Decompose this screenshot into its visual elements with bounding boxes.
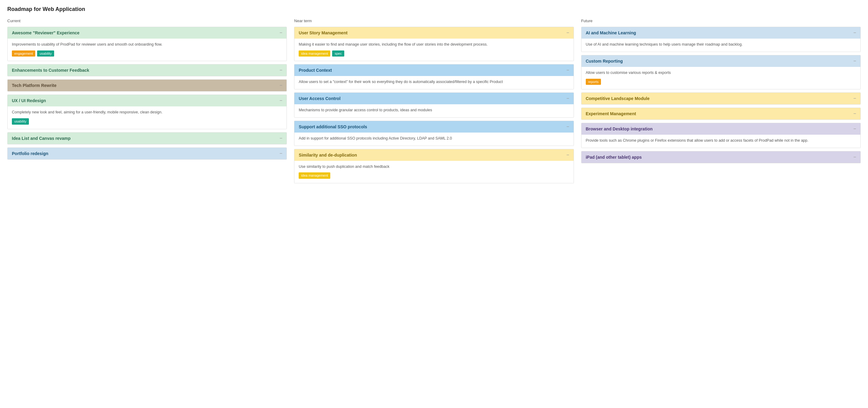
card-product-context[interactable]: Product Context−Allow users to set a "co…	[294, 64, 574, 89]
card-title-similarity-deduplication: Similarity and de-duplication	[299, 153, 357, 157]
card-title-ai-machine-learning: AI and Machine Learning	[586, 30, 636, 35]
card-ai-machine-learning[interactable]: AI and Machine Learning−Use of AI and ma…	[581, 27, 861, 52]
card-header-portfolio-redesign[interactable]: Portfolio redesign−	[8, 148, 286, 159]
card-collapse-custom-reporting[interactable]: −	[854, 58, 856, 64]
card-support-sso-protocols[interactable]: Support additional SSO protocols−Add in …	[294, 121, 574, 146]
card-title-awesome-reviewer: Awesome "Reviewer" Experience	[12, 30, 80, 35]
card-title-experiment-management: Experiment Management	[586, 111, 636, 116]
card-title-tech-platform-rewrite: Tech Platform Rewrite	[12, 83, 57, 88]
card-collapse-competitive-landscape-module[interactable]: −	[854, 96, 856, 101]
card-body-product-context: Allow users to set a "context" for their…	[294, 76, 573, 89]
card-collapse-browser-desktop-integration[interactable]: −	[854, 126, 856, 132]
card-user-story-management[interactable]: User Story Management−Making it easier t…	[294, 27, 574, 61]
card-body-browser-desktop-integration: Provide tools such as Chrome plugins or …	[582, 135, 860, 148]
card-collapse-awesome-reviewer[interactable]: −	[279, 30, 282, 36]
card-header-browser-desktop-integration[interactable]: Browser and Desktop integration−	[582, 123, 860, 135]
card-header-product-context[interactable]: Product Context−	[294, 64, 573, 76]
card-body-ux-ui-redesign: Completely new look and feel, aiming for…	[8, 106, 286, 129]
card-ux-ui-redesign[interactable]: UX / UI Redesign−Completely new look and…	[7, 95, 287, 129]
card-header-ai-machine-learning[interactable]: AI and Machine Learning−	[582, 27, 860, 39]
card-similarity-deduplication[interactable]: Similarity and de-duplication−Use simila…	[294, 149, 574, 183]
card-collapse-user-access-control[interactable]: −	[566, 96, 569, 101]
column-near-term: Near termUser Story Management−Making it…	[294, 19, 574, 186]
card-title-user-access-control: User Access Control	[299, 96, 340, 101]
column-header-current: Current	[7, 19, 287, 23]
card-title-competitive-landscape-module: Competitive Landscape Module	[586, 96, 650, 101]
tag-idea-management[interactable]: idea management	[299, 51, 330, 57]
card-header-awesome-reviewer[interactable]: Awesome "Reviewer" Experience−	[8, 27, 286, 39]
card-idea-list-canvas-revamp[interactable]: Idea List and Canvas revamp−	[7, 132, 287, 145]
page-title: Roadmap for Web Application	[7, 6, 861, 12]
card-tech-platform-rewrite[interactable]: Tech Platform Rewrite−	[7, 80, 287, 92]
column-header-near-term: Near term	[294, 19, 574, 23]
card-collapse-enhancements-customer-feedback[interactable]: −	[279, 67, 282, 73]
card-title-idea-list-canvas-revamp: Idea List and Canvas revamp	[12, 136, 70, 141]
card-description-support-sso-protocols: Add in support for additional SSO protoc…	[299, 135, 569, 142]
card-awesome-reviewer[interactable]: Awesome "Reviewer" Experience−Improvemen…	[7, 27, 287, 61]
card-title-enhancements-customer-feedback: Enhancements to Customer Feedback	[12, 68, 89, 73]
card-description-similarity-deduplication: Use similarity to push duplication and m…	[299, 164, 569, 170]
card-collapse-ux-ui-redesign[interactable]: −	[279, 98, 282, 103]
card-collapse-product-context[interactable]: −	[566, 67, 569, 73]
card-user-access-control[interactable]: User Access Control−Mechanisms to provid…	[294, 92, 574, 118]
card-header-similarity-deduplication[interactable]: Similarity and de-duplication−	[294, 149, 573, 161]
card-tags-similarity-deduplication: idea management	[299, 172, 569, 179]
card-tags-ux-ui-redesign: usability	[12, 118, 282, 125]
card-header-competitive-landscape-module[interactable]: Competitive Landscape Module−	[582, 93, 860, 104]
card-header-support-sso-protocols[interactable]: Support additional SSO protocols−	[294, 121, 573, 132]
card-description-awesome-reviewer: Improvements to usability of ProdPad for…	[12, 42, 282, 48]
card-title-product-context: Product Context	[299, 68, 332, 73]
card-body-custom-reporting: Allow users to customise various reports…	[582, 67, 860, 89]
card-header-experiment-management[interactable]: Experiment Management−	[582, 108, 860, 120]
roadmap-columns: CurrentAwesome "Reviewer" Experience−Imp…	[7, 19, 861, 186]
card-custom-reporting[interactable]: Custom Reporting−Allow users to customis…	[581, 55, 861, 89]
card-collapse-idea-list-canvas-revamp[interactable]: −	[279, 135, 282, 141]
tag-spec[interactable]: spec	[332, 51, 344, 57]
card-header-idea-list-canvas-revamp[interactable]: Idea List and Canvas revamp−	[8, 132, 286, 144]
card-collapse-ipad-tablet-apps[interactable]: −	[854, 154, 856, 160]
column-current: CurrentAwesome "Reviewer" Experience−Imp…	[7, 19, 287, 163]
card-body-similarity-deduplication: Use similarity to push duplication and m…	[294, 161, 573, 183]
card-header-enhancements-customer-feedback[interactable]: Enhancements to Customer Feedback−	[8, 64, 286, 76]
card-body-user-access-control: Mechanisms to provide granular access co…	[294, 104, 573, 117]
card-title-user-story-management: User Story Management	[299, 30, 347, 35]
card-body-awesome-reviewer: Improvements to usability of ProdPad for…	[8, 39, 286, 61]
card-collapse-user-story-management[interactable]: −	[566, 30, 569, 36]
card-header-user-access-control[interactable]: User Access Control−	[294, 93, 573, 104]
tag-usability[interactable]: usability	[37, 51, 54, 57]
card-description-product-context: Allow users to set a "context" for their…	[299, 79, 569, 85]
card-title-portfolio-redesign: Portfolio redesign	[12, 151, 49, 156]
card-collapse-tech-platform-rewrite[interactable]: −	[279, 83, 282, 88]
card-header-user-story-management[interactable]: User Story Management−	[294, 27, 573, 39]
card-header-tech-platform-rewrite[interactable]: Tech Platform Rewrite−	[8, 80, 286, 91]
tag-usability[interactable]: usability	[12, 118, 29, 125]
tag-engagement[interactable]: engagement	[12, 51, 35, 57]
card-header-ux-ui-redesign[interactable]: UX / UI Redesign−	[8, 95, 286, 106]
card-competitive-landscape-module[interactable]: Competitive Landscape Module−	[581, 92, 861, 104]
tag-idea-management[interactable]: idea management	[299, 172, 330, 179]
card-description-user-access-control: Mechanisms to provide granular access co…	[299, 107, 569, 113]
card-header-custom-reporting[interactable]: Custom Reporting−	[582, 55, 860, 67]
card-collapse-similarity-deduplication[interactable]: −	[566, 152, 569, 158]
card-collapse-experiment-management[interactable]: −	[854, 111, 856, 117]
card-collapse-support-sso-protocols[interactable]: −	[566, 124, 569, 129]
card-title-ipad-tablet-apps: iPad (and other tablet) apps	[586, 155, 642, 160]
tag-reports[interactable]: reports	[586, 79, 601, 85]
card-description-browser-desktop-integration: Provide tools such as Chrome plugins or …	[586, 138, 856, 144]
card-portfolio-redesign[interactable]: Portfolio redesign−	[7, 148, 287, 160]
card-ipad-tablet-apps[interactable]: iPad (and other tablet) apps−	[581, 151, 861, 163]
card-description-custom-reporting: Allow users to customise various reports…	[586, 70, 856, 76]
card-body-user-story-management: Making it easier to find and manage user…	[294, 39, 573, 61]
card-tags-custom-reporting: reports	[586, 79, 856, 85]
card-collapse-ai-machine-learning[interactable]: −	[854, 30, 856, 36]
card-title-browser-desktop-integration: Browser and Desktop integration	[586, 126, 653, 131]
card-browser-desktop-integration[interactable]: Browser and Desktop integration−Provide …	[581, 123, 861, 148]
card-tags-awesome-reviewer: engagementusability	[12, 51, 282, 57]
card-enhancements-customer-feedback[interactable]: Enhancements to Customer Feedback−	[7, 64, 287, 76]
card-collapse-portfolio-redesign[interactable]: −	[279, 151, 282, 156]
card-tags-user-story-management: idea managementspec	[299, 51, 569, 57]
card-header-ipad-tablet-apps[interactable]: iPad (and other tablet) apps−	[582, 151, 860, 163]
card-description-user-story-management: Making it easier to find and manage user…	[299, 42, 569, 48]
column-header-future: Future	[581, 19, 861, 23]
card-experiment-management[interactable]: Experiment Management−	[581, 107, 861, 120]
